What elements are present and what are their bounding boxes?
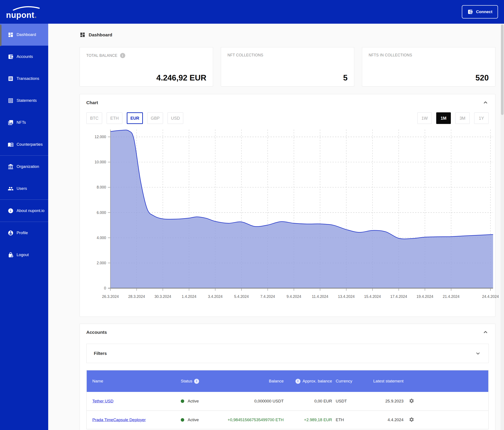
- currency-toggle-eur[interactable]: EUR: [127, 112, 143, 124]
- range-toggle-1m[interactable]: 1M: [436, 112, 451, 124]
- sidebar-item-statements[interactable]: Statements: [0, 90, 48, 111]
- sidebar-nav: DashboardAccountsTransactionsStatementsN…: [0, 24, 48, 266]
- stats-row: TOTAL BALANCEi4.246,92 EURNFT COLLECTION…: [80, 47, 495, 87]
- column-header-balance: Balance: [217, 379, 284, 384]
- receipt-long-icon: [8, 98, 14, 104]
- sidebar-item-transactions[interactable]: Transactions: [0, 68, 48, 90]
- svg-text:10.000: 10.000: [94, 160, 106, 164]
- info-icon[interactable]: i: [194, 379, 199, 384]
- connect-button-label: Connect: [476, 9, 492, 14]
- account-link[interactable]: Prada TimeCapsule Deployer: [92, 418, 146, 422]
- cell-actions: [404, 417, 420, 423]
- sidebar-item-about-nupont-io[interactable]: About nupont.io: [0, 200, 48, 222]
- svg-text:15.4.2024: 15.4.2024: [364, 295, 381, 299]
- connect-button[interactable]: Connect: [462, 5, 498, 18]
- account-link[interactable]: Tether USD: [92, 399, 113, 403]
- menu-book-icon: [8, 142, 14, 147]
- stat-card-nft-collections: NFT COLLECTIONS5: [221, 47, 354, 87]
- sidebar-item-label: Counterparties: [17, 142, 43, 147]
- wallet-icon: [468, 9, 473, 15]
- sidebar-scrollbar-thumb[interactable]: [0, 25, 1, 46]
- page-scrollbar-thumb[interactable]: [501, 25, 504, 115]
- page-scrollbar[interactable]: [501, 24, 504, 430]
- cell-currency: USDT: [332, 399, 366, 403]
- chart-collapse-button[interactable]: [482, 99, 489, 106]
- svg-text:4.000: 4.000: [97, 236, 106, 240]
- sidebar-item-label: Users: [17, 186, 27, 191]
- sidebar-item-label: Profile: [17, 231, 28, 235]
- stat-card-total-balance: TOTAL BALANCEi4.246,92 EUR: [80, 47, 213, 87]
- accounts-collapse-button[interactable]: [482, 329, 489, 336]
- balance-chart[interactable]: 02.0004.0006.0008.00010.00012.00026.3.20…: [86, 129, 493, 300]
- currency-toggle-btc[interactable]: BTC: [86, 112, 102, 124]
- column-header-approx-balance: iApprox. balance: [284, 379, 332, 384]
- chevron-up-icon: [482, 329, 489, 335]
- filters-panel[interactable]: Filters: [86, 344, 489, 363]
- sidebar-item-logout[interactable]: Logout: [0, 244, 48, 266]
- svg-text:17.4.2024: 17.4.2024: [390, 295, 407, 299]
- currency-toggle-usd[interactable]: USD: [167, 112, 183, 124]
- stat-value: 4.246,92 EUR: [86, 73, 206, 82]
- cell-latest-statement: 25.9.2023: [366, 399, 404, 404]
- sidebar-item-nfts[interactable]: NFTs: [0, 111, 48, 134]
- sidebar-item-accounts[interactable]: Accounts: [0, 46, 48, 68]
- account-settings-button[interactable]: [409, 417, 414, 423]
- range-toggle-1w[interactable]: 1W: [417, 112, 432, 124]
- wallet-icon: [8, 54, 14, 60]
- sidebar-item-counterparties[interactable]: Counterparties: [0, 134, 48, 155]
- info-icon: [8, 208, 14, 214]
- chart-area: [110, 130, 493, 288]
- currency-toggle-gbp[interactable]: GBP: [147, 112, 163, 124]
- app-root: nupont. Connect DashboardAccountsTransac…: [0, 0, 504, 430]
- chart-card: Chart BTCETHEURGBPUSD 1W1M3M1Y 02.0004.0…: [80, 94, 495, 317]
- table-row-tether-usd: Tether USDActive0,000000 USDT0,00 EURUSD…: [87, 392, 488, 410]
- svg-text:6.000: 6.000: [97, 210, 106, 215]
- sidebar-item-organization[interactable]: Organization: [0, 156, 48, 178]
- stat-label: NFTS IN COLLECTIONS: [369, 53, 489, 57]
- svg-text:2.000: 2.000: [97, 261, 106, 265]
- app-header: nupont. Connect: [0, 0, 504, 24]
- sidebar-item-label: Logout: [17, 252, 29, 257]
- account-settings-button[interactable]: [409, 398, 414, 404]
- sidebar-item-label: NFTs: [17, 120, 26, 125]
- logo-text: nupont.: [6, 11, 40, 19]
- receipt-icon: [8, 76, 14, 81]
- svg-text:5.4.2024: 5.4.2024: [234, 295, 249, 299]
- page-title: Dashboard: [89, 32, 112, 37]
- chevron-down-icon: [475, 350, 481, 357]
- range-toggle-3m[interactable]: 3M: [455, 112, 470, 124]
- info-icon[interactable]: i: [296, 379, 300, 384]
- currency-toggle-eth[interactable]: ETH: [107, 112, 122, 124]
- dashboard-icon: [8, 32, 14, 38]
- stat-label-text: NFTS IN COLLECTIONS: [369, 53, 412, 57]
- accounts-card-header: Accounts: [86, 329, 489, 336]
- status-badge: Active: [188, 399, 199, 403]
- chart-title: Chart: [86, 100, 98, 105]
- sidebar-item-dashboard[interactable]: Dashboard: [0, 24, 48, 46]
- lock-person-icon: [8, 252, 14, 258]
- cell-approx-balance: 0,00 EUR: [284, 399, 332, 403]
- svg-text:9.4.2024: 9.4.2024: [287, 295, 301, 299]
- dashboard-icon: [80, 32, 85, 38]
- sidebar-item-users[interactable]: Users: [0, 178, 48, 199]
- info-icon[interactable]: i: [120, 53, 125, 58]
- chart-card-header: Chart: [86, 99, 489, 106]
- svg-text:30.3.2024: 30.3.2024: [154, 295, 171, 299]
- range-toggle-1y[interactable]: 1Y: [474, 112, 489, 124]
- sidebar-item-label: Dashboard: [17, 32, 36, 37]
- photo-library-icon: [8, 120, 14, 125]
- svg-text:11.4.2024: 11.4.2024: [312, 295, 328, 299]
- column-header-name: Name: [87, 379, 181, 384]
- sidebar-item-label: Accounts: [17, 54, 33, 59]
- svg-text:1.4.2024: 1.4.2024: [182, 295, 196, 299]
- column-header-status: Statusi: [181, 379, 217, 384]
- sidebar-item-profile[interactable]: Profile: [0, 222, 48, 244]
- logo: nupont.: [6, 5, 40, 19]
- stat-label: NFT COLLECTIONS: [227, 53, 348, 57]
- accounts-table: NameStatusiBalanceiApprox. balanceCurren…: [86, 370, 489, 429]
- cell-latest-statement: 4.4.2024: [366, 417, 404, 422]
- accounts-table-header: NameStatusiBalanceiApprox. balanceCurren…: [87, 370, 488, 392]
- stat-card-nfts-in-collections: NFTS IN COLLECTIONS520: [362, 47, 495, 87]
- stat-value: 520: [369, 73, 489, 82]
- logo-dot: .: [35, 10, 37, 20]
